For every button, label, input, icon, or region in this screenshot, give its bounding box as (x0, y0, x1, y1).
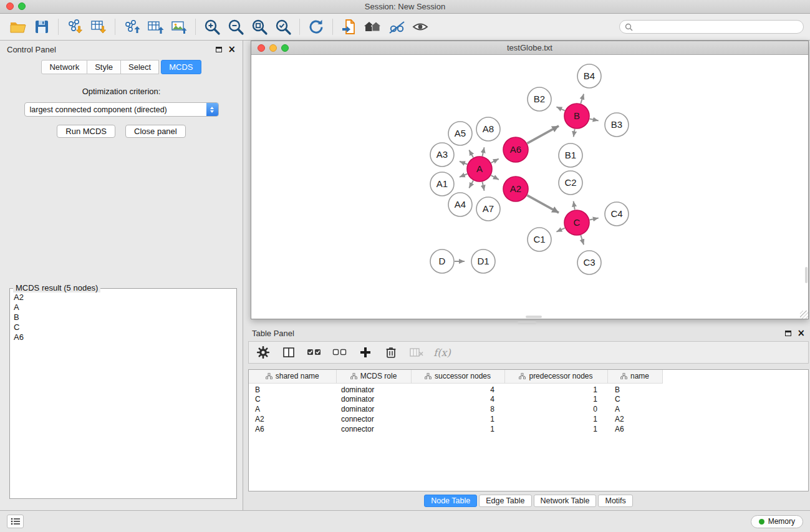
column-header-name[interactable]: name (607, 370, 662, 383)
result-list-item[interactable]: C (14, 322, 233, 332)
graph-node-C3[interactable]: C3 (577, 251, 601, 274)
table-cell[interactable]: 8 (411, 404, 504, 414)
graph-node-C4[interactable]: C4 (605, 202, 629, 226)
table-cell[interactable]: connector (336, 424, 411, 434)
network-zoom-button[interactable] (281, 44, 289, 52)
graph-edge-A6-B[interactable] (527, 126, 559, 143)
glasses-button[interactable] (385, 16, 408, 37)
resize-grip-icon[interactable] (800, 311, 808, 319)
task-history-button[interactable] (7, 515, 24, 528)
table-cell[interactable]: C (249, 394, 336, 404)
tab-node-table[interactable]: Node Table (424, 495, 477, 507)
graph-node-B1[interactable]: B1 (559, 143, 582, 167)
result-list-item[interactable]: A2 (14, 293, 233, 302)
graph-node-A4[interactable]: A4 (448, 193, 472, 216)
graph-node-B2[interactable]: B2 (528, 87, 551, 111)
export-network-button[interactable] (120, 16, 143, 37)
graph-edge-A-A6[interactable] (491, 159, 499, 163)
optimization-criterion-dropdown[interactable]: largest connected component (directed) (24, 102, 219, 117)
zoom-out-button[interactable] (224, 16, 248, 37)
table-cell[interactable]: 4 (411, 383, 504, 394)
graph-edge-B-B3[interactable] (590, 119, 599, 121)
tab-network[interactable]: Network (41, 60, 87, 74)
tab-network-table[interactable]: Network Table (534, 495, 597, 507)
table-cell[interactable]: C (607, 394, 662, 404)
table-cell[interactable]: A2 (607, 414, 662, 424)
graph-node-D1[interactable]: D1 (471, 249, 495, 273)
zoom-window-button[interactable] (18, 2, 26, 10)
table-row[interactable]: A6connector11A6 (249, 424, 662, 434)
graph-edge-A-A4[interactable] (469, 180, 473, 188)
graph-edge-A-A7[interactable] (483, 182, 485, 191)
tab-select[interactable]: Select (121, 60, 159, 74)
zoom-fit-button[interactable] (248, 16, 271, 37)
close-table-panel-icon[interactable]: × (797, 329, 805, 338)
table-cell[interactable]: A6 (607, 424, 662, 434)
float-panel-icon[interactable] (216, 47, 222, 52)
table-row[interactable]: A2connector11A2 (249, 414, 662, 424)
memory-button[interactable]: Memory (751, 515, 803, 528)
result-list-item[interactable]: A (14, 302, 233, 312)
graph-edge-A-A3[interactable] (460, 162, 467, 165)
graph-node-A7[interactable]: A7 (476, 197, 500, 221)
graph-node-A2[interactable]: A2 (503, 177, 528, 201)
graph-edge-A-A2[interactable] (491, 175, 499, 180)
graph-node-A[interactable]: A (467, 157, 492, 181)
network-horizontal-scrollbar[interactable] (526, 316, 542, 318)
table-cell[interactable]: A6 (249, 424, 336, 434)
search-input[interactable] (636, 22, 798, 31)
column-header-successor-nodes[interactable]: successor nodes (411, 370, 504, 383)
table-cell[interactable]: 1 (504, 414, 607, 424)
function-builder-button[interactable]: f(x) (434, 344, 450, 360)
close-window-button[interactable] (6, 2, 14, 10)
graph-edge-B-B4[interactable] (581, 94, 584, 104)
eye-button[interactable] (408, 16, 432, 37)
column-header-shared-name[interactable]: shared name (249, 370, 336, 383)
network-vertical-scrollbar[interactable] (805, 267, 808, 283)
graph-edge-A-A5[interactable] (469, 150, 473, 157)
network-close-button[interactable] (258, 44, 265, 52)
graph-edge-B-B1[interactable] (574, 129, 575, 137)
search-box[interactable] (619, 20, 804, 34)
graph-edge-B-B2[interactable] (556, 107, 564, 110)
graph-node-B[interactable]: B (564, 104, 589, 128)
table-cell[interactable]: A (249, 404, 336, 414)
network-canvas[interactable]: B4B2BB3B1A5A8A6A3AA1A2A4A7C2C4CC1C3DD1 (251, 55, 808, 319)
table-cell[interactable]: 1 (504, 424, 607, 434)
graph-node-B4[interactable]: B4 (577, 64, 601, 88)
tab-motifs[interactable]: Motifs (598, 495, 632, 507)
table-cell[interactable]: dominator (336, 383, 411, 394)
table-cell[interactable]: A (607, 404, 662, 414)
table-row[interactable]: Cdominator41C (249, 394, 662, 404)
table-cell[interactable]: connector (336, 414, 411, 424)
graph-node-D[interactable]: D (430, 249, 454, 273)
network-file-button[interactable] (337, 16, 361, 37)
graph-edge-A-A1[interactable] (460, 174, 468, 177)
graph-node-A1[interactable]: A1 (430, 172, 454, 196)
graph-edge-C-C3[interactable] (581, 235, 584, 244)
tab-style[interactable]: Style (87, 60, 121, 74)
table-cell[interactable]: 1 (504, 383, 607, 394)
zoom-selected-button[interactable] (271, 16, 295, 37)
table-cell[interactable]: B (607, 383, 662, 394)
close-panel-icon[interactable]: × (228, 45, 236, 54)
graph-edge-A2-C[interactable] (527, 195, 559, 213)
table-row[interactable]: Bdominator41B (249, 383, 662, 394)
table-cell[interactable]: 1 (411, 414, 504, 424)
table-row[interactable]: Adominator80A (249, 404, 662, 414)
tab-edge-table[interactable]: Edge Table (479, 495, 531, 507)
add-row-button[interactable] (357, 344, 374, 360)
graph-edge-C-C2[interactable] (574, 201, 575, 210)
splitter-handle[interactable] (518, 321, 536, 324)
table-cell[interactable]: 0 (504, 404, 607, 414)
network-minimize-button[interactable] (269, 44, 277, 52)
show-column-button[interactable] (281, 344, 297, 360)
result-list-item[interactable]: B (14, 312, 233, 322)
table-cell[interactable]: B (249, 383, 336, 394)
graph-node-A5[interactable]: A5 (448, 122, 472, 145)
home-button[interactable] (361, 16, 385, 37)
graph-edge-C-C1[interactable] (556, 228, 564, 232)
select-all-button[interactable] (306, 344, 322, 360)
graph-edge-A-A8[interactable] (483, 147, 485, 156)
result-list-item[interactable]: A6 (14, 332, 233, 342)
